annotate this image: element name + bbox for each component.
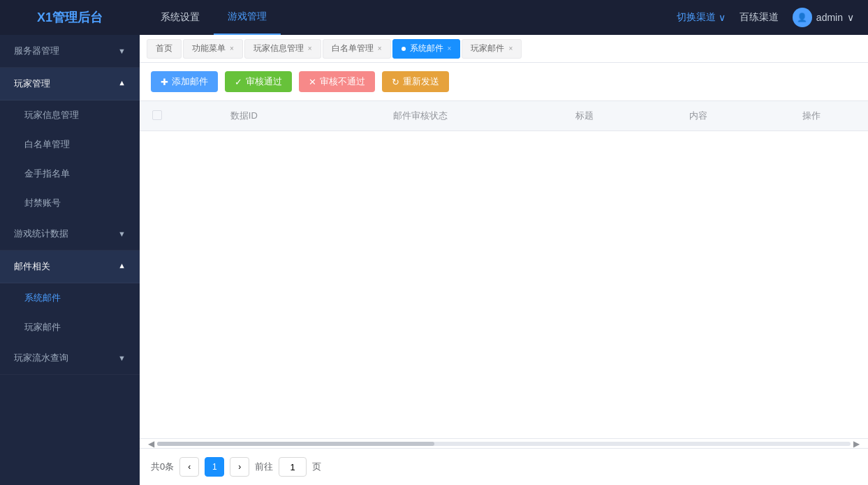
tab-player-info[interactable]: 玩家信息管理 × — [244, 39, 321, 59]
pagination-bar: 共0条 ‹ 1 › 前往 页 — [140, 448, 868, 485]
sidebar-item-player-mgmt[interactable]: 玩家管理 ▼ — [0, 68, 140, 100]
scrollbar-thumb[interactable] — [157, 442, 434, 446]
avatar: 👤 — [793, 8, 812, 27]
reject-button[interactable]: ✕ 审核不通过 — [299, 71, 375, 92]
top-nav: X1管理后台 系统设置 游戏管理 切换渠道 ∨ 百练渠道 👤 admin ∨ — [0, 0, 868, 35]
channel-name: 百练渠道 — [740, 11, 779, 24]
prev-page-button[interactable]: ‹ — [179, 457, 199, 477]
goto-page-input[interactable] — [279, 457, 307, 477]
sidebar-item-player-flow[interactable]: 玩家流水查询 ▼ — [0, 342, 140, 375]
tab-close-icon[interactable]: × — [230, 45, 234, 52]
chevron-icon: ▼ — [118, 262, 126, 271]
select-all-checkbox[interactable] — [152, 110, 162, 120]
main-layout: 服务器管理 ▼ 玩家管理 ▼ 玩家信息管理 白名单管理 金手指名单 封禁账号 游… — [0, 35, 868, 485]
goto-suffix: 页 — [312, 461, 321, 473]
plus-icon: ✚ — [161, 77, 168, 87]
total-text: 共0条 — [151, 461, 174, 473]
switch-channel-button[interactable]: 切换渠道 ∨ — [677, 11, 726, 24]
scrollbar-track[interactable] — [157, 442, 851, 446]
refresh-icon: ↻ — [392, 77, 399, 87]
nav-item-system[interactable]: 系统设置 — [147, 0, 214, 35]
app-logo: X1管理后台 — [0, 0, 140, 35]
check-icon: ✓ — [235, 77, 242, 87]
chevron-icon: ▼ — [118, 80, 126, 88]
col-header-content: 内容 — [642, 101, 755, 131]
scroll-left-icon[interactable]: ◀ — [145, 439, 157, 449]
sidebar-item-mail-related[interactable]: 邮件相关 ▼ — [0, 251, 140, 283]
data-table-container: 数据ID 邮件审核状态 标题 内容 操作 — [140, 101, 868, 438]
top-nav-menu: 系统设置 游戏管理 — [140, 0, 677, 35]
sidebar-subitem-ban-account[interactable]: 封禁账号 — [0, 188, 140, 218]
tab-player-mail[interactable]: 玩家邮件 × — [462, 39, 522, 59]
sidebar-subitem-system-mail[interactable]: 系统邮件 — [0, 283, 140, 313]
chevron-icon: ▼ — [118, 230, 126, 238]
tab-home[interactable]: 首页 — [147, 39, 182, 59]
avatar-icon: 👤 — [797, 13, 807, 22]
next-page-button[interactable]: › — [230, 457, 249, 477]
goto-prefix: 前往 — [255, 461, 273, 473]
tab-active-dot — [402, 47, 406, 51]
col-header-status: 邮件审核状态 — [314, 101, 529, 131]
sidebar: 服务器管理 ▼ 玩家管理 ▼ 玩家信息管理 白名单管理 金手指名单 封禁账号 游… — [0, 35, 140, 485]
sidebar-item-game-stats[interactable]: 游戏统计数据 ▼ — [0, 218, 140, 251]
col-header-action: 操作 — [755, 101, 868, 131]
content-area: 首页 功能菜单 × 玩家信息管理 × 白名单管理 × 系统邮件 × 玩家邮件 × — [140, 35, 868, 485]
tab-system-mail[interactable]: 系统邮件 × — [392, 39, 461, 59]
page-1-button[interactable]: 1 — [205, 457, 224, 477]
sidebar-subitem-player-mail[interactable]: 玩家邮件 — [0, 313, 140, 342]
action-bar: ✚ 添加邮件 ✓ 审核通过 ✕ 审核不通过 ↻ 重新发送 — [140, 63, 868, 101]
col-header-title: 标题 — [528, 101, 641, 131]
tab-close-icon[interactable]: × — [508, 45, 513, 52]
scroll-right-icon[interactable]: ▶ — [851, 439, 862, 449]
tab-func-menu[interactable]: 功能菜单 × — [183, 39, 243, 59]
chevron-down-icon: ∨ — [719, 12, 726, 23]
chevron-down-icon: ∨ — [847, 12, 854, 23]
sidebar-item-server-mgmt[interactable]: 服务器管理 ▼ — [0, 35, 140, 68]
top-nav-right: 切换渠道 ∨ 百练渠道 👤 admin ∨ — [677, 8, 868, 27]
tab-close-icon[interactable]: × — [308, 45, 312, 52]
add-mail-button[interactable]: ✚ 添加邮件 — [151, 71, 218, 92]
horizontal-scrollbar[interactable]: ◀ ▶ — [140, 438, 868, 448]
tab-close-icon[interactable]: × — [448, 45, 452, 52]
sidebar-subitem-player-info[interactable]: 玩家信息管理 — [0, 100, 140, 130]
data-table: 数据ID 邮件审核状态 标题 内容 操作 — [140, 101, 868, 131]
sidebar-subitem-golden-list[interactable]: 金手指名单 — [0, 159, 140, 188]
table-header-checkbox — [140, 101, 175, 131]
resend-button[interactable]: ↻ 重新发送 — [382, 71, 449, 92]
col-header-id: 数据ID — [175, 101, 314, 131]
admin-user-menu[interactable]: 👤 admin ∨ — [793, 8, 854, 27]
tabs-bar: 首页 功能菜单 × 玩家信息管理 × 白名单管理 × 系统邮件 × 玩家邮件 × — [140, 35, 868, 63]
tab-close-icon[interactable]: × — [378, 45, 382, 52]
nav-item-game[interactable]: 游戏管理 — [214, 0, 281, 35]
sidebar-subitem-whitelist[interactable]: 白名单管理 — [0, 130, 140, 159]
chevron-icon: ▼ — [118, 354, 126, 362]
tab-whitelist[interactable]: 白名单管理 × — [323, 39, 391, 59]
close-icon: ✕ — [309, 77, 316, 87]
chevron-icon: ▼ — [118, 47, 126, 55]
approve-button[interactable]: ✓ 审核通过 — [225, 71, 292, 92]
